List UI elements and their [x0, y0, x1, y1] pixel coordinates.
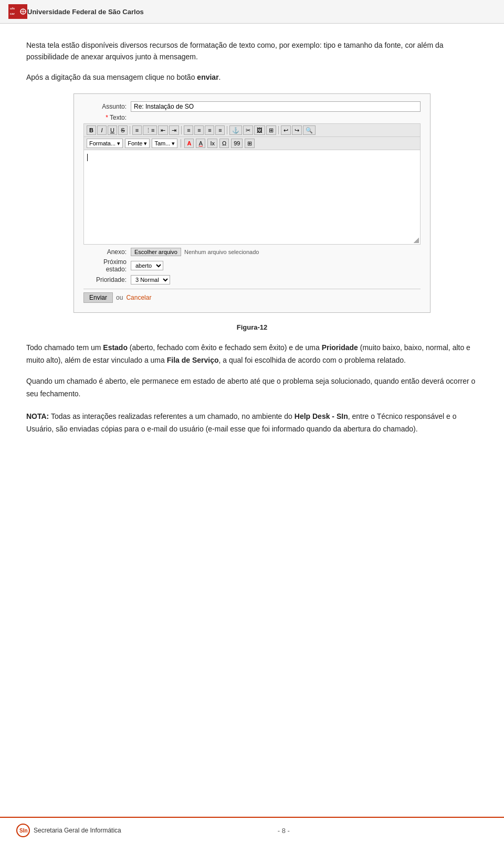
quote-button[interactable]: 99	[231, 139, 243, 148]
proximo-estado-row: Próximo estado: aberto	[83, 258, 421, 273]
font-dropdown[interactable]: Fonte ▾	[125, 139, 150, 148]
nota-label: NOTA:	[26, 412, 49, 420]
assunto-label: Assunto:	[83, 103, 131, 110]
send-row: Enviar ou Cancelar	[83, 289, 421, 303]
choose-file-button[interactable]: Escolher arquivo	[131, 248, 181, 256]
toolbar-separator1	[130, 126, 130, 134]
search-editor-button[interactable]: 🔍	[303, 125, 316, 135]
clear-format-button[interactable]: Ix	[207, 139, 217, 148]
body-p1-end: , a qual foi escolhida de acordo com o p…	[219, 356, 406, 364]
list-button2[interactable]: ⋮≡	[143, 125, 157, 135]
body-p1-mid: (aberto, fechado com êxito e fechado sem…	[128, 343, 322, 352]
secretaria-logo-icon: SIn	[16, 823, 30, 838]
anexo-label: Anexo:	[83, 248, 131, 256]
font-highlight-button[interactable]: A	[196, 139, 205, 148]
anexo-row: Anexo: Escolher arquivo Nenhum arquivo s…	[83, 248, 421, 256]
nota-text1: Todas as interações realizadas referente…	[49, 412, 294, 420]
undo-button[interactable]: ↩	[281, 125, 291, 135]
body-p1-estado: Estado	[103, 343, 128, 352]
cancelar-link[interactable]: Cancelar	[126, 294, 151, 301]
svg-text:car: car	[10, 12, 15, 15]
prioridade-row: Prioridade: 3 Normal	[83, 275, 421, 284]
svg-text:ufs: ufs	[10, 7, 15, 10]
link-button[interactable]: ⚓	[229, 125, 242, 135]
svg-text:SIn: SIn	[19, 828, 28, 834]
editor-area[interactable]	[83, 150, 421, 245]
logo-box: ufs car	[8, 4, 27, 19]
intro-p2-bold: enviar	[197, 73, 218, 81]
editor-toolbar1: B I U S ≡ ⋮≡ ⇤ ⇥ ≡ ≡ ≡ ≡ ⚓ ✂ 🖼 ⊞ ↩	[83, 123, 421, 137]
figure-caption: Figura-12	[26, 323, 478, 331]
toolbar-separator2	[181, 126, 182, 134]
prioridade-select[interactable]: 3 Normal	[131, 275, 170, 284]
page-header: ufs car Universidade Federal de São Carl…	[0, 0, 504, 24]
proximo-estado-label: Próximo estado:	[83, 258, 131, 273]
align-right-button[interactable]: ≡	[205, 125, 214, 135]
outdent-button[interactable]: ⇥	[169, 125, 179, 135]
image-button[interactable]: 🖼	[254, 125, 265, 135]
intro-p2-post: .	[219, 73, 221, 81]
editor-cursor	[87, 154, 88, 161]
body-p1-fila: Fila de Serviço	[167, 356, 219, 364]
page-footer: SIn Secretaria Geral de Informática - 8 …	[0, 817, 504, 843]
align-center-button[interactable]: ≡	[194, 125, 204, 135]
source-button[interactable]: ⊞	[245, 139, 255, 148]
size-dropdown[interactable]: Tam... ▾	[152, 139, 177, 148]
align-justify-button[interactable]: ≡	[215, 125, 225, 135]
bottom-fields: Anexo: Escolher arquivo Nenhum arquivo s…	[83, 248, 421, 284]
figure-box: Assunto: * Texto: B I U S ≡ ⋮≡ ⇤ ⇥ ≡	[74, 93, 430, 313]
body-p1-prioridade: Prioridade	[322, 343, 358, 352]
list-button[interactable]: ≡	[132, 125, 142, 135]
intro-paragraph2: Após a digitação da sua mensagem clique …	[26, 71, 478, 83]
intro-paragraph1: Nesta tela estão disponíveis diversos re…	[26, 39, 478, 63]
indent-button[interactable]: ⇤	[158, 125, 168, 135]
body-p1-pre: Todo chamado tem um	[26, 343, 103, 352]
body-paragraph2: Quando um chamado é aberto, ele permanec…	[26, 375, 478, 401]
ufscar-logo: ufs car	[8, 4, 27, 19]
assunto-input[interactable]	[131, 101, 421, 112]
redo-button[interactable]: ↪	[292, 125, 302, 135]
proximo-estado-select[interactable]: aberto	[131, 261, 163, 270]
ou-text: ou	[116, 294, 123, 301]
resize-handle[interactable]	[414, 238, 419, 243]
special-chars-button[interactable]: Ω	[219, 139, 229, 148]
prioridade-label: Prioridade:	[83, 276, 131, 283]
main-content: Nesta tela estão disponíveis diversos re…	[0, 24, 504, 478]
body-paragraph1: Todo chamado tem um Estado (aberto, fech…	[26, 342, 478, 367]
texto-label-row: * Texto:	[83, 114, 421, 121]
strikethrough-button[interactable]: S	[118, 125, 128, 135]
toolbar2-separator	[181, 139, 181, 147]
italic-button[interactable]: I	[97, 125, 107, 135]
assunto-row: Assunto:	[83, 101, 421, 112]
format-dropdown[interactable]: Formata... ▾	[87, 139, 123, 148]
texto-label: * Texto:	[83, 114, 131, 121]
nota-helpdesk: Help Desk - SIn	[295, 412, 348, 420]
toolbar-separator4	[278, 126, 279, 134]
intro-p2-pre: Após a digitação da sua mensagem clique …	[26, 73, 197, 81]
table-button[interactable]: ⊞	[266, 125, 276, 135]
font-color-button[interactable]: A	[184, 139, 194, 148]
bold-button[interactable]: B	[87, 125, 96, 135]
enviar-button[interactable]: Enviar	[83, 292, 113, 303]
footer-center: - 8 -	[278, 827, 290, 835]
underline-button[interactable]: U	[108, 125, 117, 135]
align-left-button[interactable]: ≡	[184, 125, 193, 135]
header-title: Universidade Federal de São Carlos	[27, 8, 144, 16]
footer-text: Secretaria Geral de Informática	[34, 827, 121, 834]
no-file-text: Nenhum arquivo selecionado	[184, 249, 259, 255]
footer-left: SIn Secretaria Geral de Informática	[16, 823, 121, 838]
editor-toolbar2: Formata... ▾ Fonte ▾ Tam... ▾ A A Ix Ω 9…	[83, 137, 421, 150]
unlink-button[interactable]: ✂	[243, 125, 253, 135]
nota-paragraph: NOTA: Todas as interações realizadas ref…	[26, 410, 478, 436]
footer-logo: SIn Secretaria Geral de Informática	[16, 823, 121, 838]
toolbar-separator3	[227, 126, 227, 134]
